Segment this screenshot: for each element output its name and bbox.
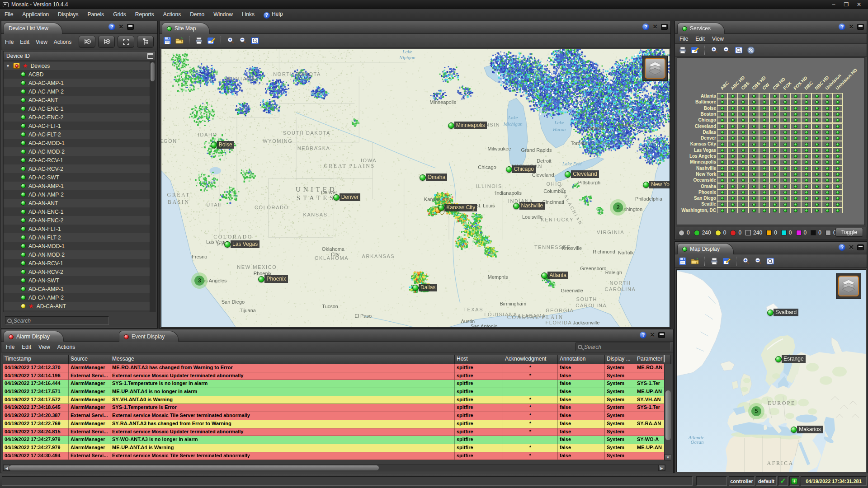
service-status-cell[interactable] bbox=[822, 117, 832, 123]
service-status-cell[interactable] bbox=[749, 183, 759, 189]
service-status-cell[interactable] bbox=[801, 183, 811, 189]
zoom-in-icon[interactable] bbox=[226, 37, 235, 45]
site-cluster-badge[interactable]: 2 bbox=[610, 199, 626, 216]
service-status-cell[interactable] bbox=[738, 117, 748, 123]
service-status-cell[interactable] bbox=[811, 165, 822, 171]
zoom-out-icon[interactable] bbox=[754, 257, 762, 265]
service-status-cell[interactable] bbox=[801, 171, 811, 177]
service-status-cell[interactable] bbox=[769, 123, 780, 129]
device-tree-scrollbar[interactable] bbox=[150, 61, 156, 312]
scrollbar-thumb[interactable] bbox=[9, 465, 379, 470]
service-status-cell[interactable] bbox=[759, 111, 769, 117]
service-status-cell[interactable] bbox=[811, 207, 822, 213]
service-status-cell[interactable] bbox=[811, 129, 822, 135]
service-status-cell[interactable] bbox=[738, 123, 748, 129]
service-status-cell[interactable] bbox=[801, 147, 811, 153]
service-status-cell[interactable] bbox=[780, 171, 790, 177]
device-tree-item[interactable]: ★ AD-AN-AMP-2 bbox=[4, 190, 150, 199]
service-status-cell[interactable] bbox=[769, 207, 780, 213]
expand-arrow-icon[interactable]: ▼ bbox=[6, 64, 10, 68]
service-status-cell[interactable] bbox=[769, 165, 780, 171]
service-status-cell[interactable] bbox=[727, 195, 738, 201]
print-icon[interactable] bbox=[679, 46, 687, 54]
service-status-cell[interactable] bbox=[832, 111, 843, 117]
service-status-cell[interactable] bbox=[801, 129, 811, 135]
service-status-cell[interactable] bbox=[738, 141, 748, 147]
close-icon[interactable]: ✕ bbox=[650, 332, 655, 338]
device-tree-item[interactable]: ★ AD-AC-AMP-2 bbox=[4, 87, 150, 96]
tab-alarm-display[interactable]: Alarm Display bbox=[4, 331, 64, 342]
service-status-cell[interactable] bbox=[780, 105, 790, 111]
device-tree-item[interactable]: ★ AD-AC-RCV-2 bbox=[4, 164, 150, 173]
service-status-cell[interactable] bbox=[738, 183, 748, 189]
help-icon[interactable]: ? bbox=[108, 23, 115, 30]
service-status-cell[interactable] bbox=[727, 123, 738, 129]
service-status-cell[interactable] bbox=[780, 189, 790, 195]
service-status-cell[interactable] bbox=[801, 135, 811, 141]
service-status-cell[interactable] bbox=[759, 93, 769, 99]
save-icon[interactable] bbox=[163, 37, 171, 45]
service-status-cell[interactable] bbox=[749, 189, 759, 195]
device-tree-item[interactable]: ★ AD-AN-ENC-2 bbox=[4, 216, 150, 225]
device-tree-item[interactable]: ★ ACBD bbox=[4, 70, 150, 79]
help-icon[interactable]: ? bbox=[839, 23, 845, 30]
service-status-cell[interactable] bbox=[759, 159, 769, 165]
device-tree-item[interactable]: ★ AD-AC-MOD-2 bbox=[4, 147, 150, 156]
service-status-cell[interactable] bbox=[769, 195, 780, 201]
layer-switcher-button[interactable] bbox=[642, 56, 668, 81]
minimize-panel-icon[interactable] bbox=[661, 24, 668, 30]
panel-menu-item[interactable]: Actions bbox=[57, 344, 75, 350]
service-status-cell[interactable] bbox=[738, 129, 748, 135]
close-icon[interactable]: ✕ bbox=[118, 23, 124, 30]
service-status-cell[interactable] bbox=[759, 207, 769, 213]
service-status-cell[interactable] bbox=[717, 147, 727, 153]
service-status-cell[interactable] bbox=[822, 105, 832, 111]
help-icon[interactable]: ? bbox=[839, 244, 845, 251]
panel-menu-item[interactable]: Edit bbox=[22, 344, 31, 350]
service-status-cell[interactable] bbox=[769, 159, 780, 165]
service-status-cell[interactable] bbox=[801, 93, 811, 99]
minimize-panel-icon[interactable] bbox=[658, 332, 665, 338]
service-status-cell[interactable] bbox=[769, 201, 780, 207]
maximize-button[interactable]: ❐ bbox=[840, 1, 853, 8]
service-status-cell[interactable] bbox=[790, 129, 801, 135]
service-status-cell[interactable] bbox=[822, 177, 832, 183]
service-status-cell[interactable] bbox=[769, 189, 780, 195]
find-view-icon[interactable] bbox=[735, 46, 743, 54]
service-status-cell[interactable] bbox=[832, 93, 843, 99]
service-status-cell[interactable] bbox=[769, 177, 780, 183]
service-status-cell[interactable] bbox=[749, 207, 759, 213]
service-status-cell[interactable] bbox=[727, 201, 738, 207]
site-cluster-badge[interactable]: 3 bbox=[191, 272, 208, 289]
service-status-cell[interactable] bbox=[822, 129, 832, 135]
service-status-cell[interactable] bbox=[790, 141, 801, 147]
alarm-row[interactable]: 04/19/2022 17:34:30.494 External Servi..… bbox=[3, 452, 671, 460]
service-status-cell[interactable] bbox=[738, 159, 748, 165]
service-status-cell[interactable] bbox=[832, 165, 843, 171]
service-status-cell[interactable] bbox=[822, 189, 832, 195]
device-tree-item[interactable]: ★ AD-AC-MOD-1 bbox=[4, 139, 150, 147]
service-status-cell[interactable] bbox=[780, 141, 790, 147]
device-tree-item[interactable]: ★ AD-AN-AMP-1 bbox=[4, 182, 150, 190]
service-status-cell[interactable] bbox=[832, 177, 843, 183]
service-status-cell[interactable] bbox=[790, 105, 801, 111]
device-tree-item[interactable]: ★ AD-AN-ANT bbox=[4, 199, 150, 207]
service-status-cell[interactable] bbox=[738, 93, 748, 99]
us-weather-map[interactable]: MONTANANORTH DAKOTASOUTH DAKOTAWYOMINGID… bbox=[161, 49, 670, 328]
service-status-cell[interactable] bbox=[780, 201, 790, 207]
service-status-cell[interactable] bbox=[727, 165, 738, 171]
alarm-row[interactable]: 04/19/2022 17:34:22.769 AlarmManager SY-… bbox=[3, 420, 671, 428]
service-status-cell[interactable] bbox=[801, 207, 811, 213]
alarm-row[interactable]: 04/19/2022 17:34:20.387 External Servi..… bbox=[3, 412, 671, 420]
service-status-cell[interactable] bbox=[780, 195, 790, 201]
menu-item-help[interactable]: ?Help bbox=[264, 11, 283, 19]
service-status-cell[interactable] bbox=[790, 153, 801, 159]
scrollbar-thumb[interactable] bbox=[665, 390, 671, 440]
service-status-cell[interactable] bbox=[769, 99, 780, 105]
service-status-cell[interactable] bbox=[769, 117, 780, 123]
service-status-cell[interactable] bbox=[717, 177, 727, 183]
device-tree-item[interactable]: ★ AD-AC-FLT-2 bbox=[4, 130, 150, 139]
service-status-cell[interactable] bbox=[832, 159, 843, 165]
service-status-cell[interactable] bbox=[780, 153, 790, 159]
export-icon[interactable] bbox=[722, 257, 731, 265]
